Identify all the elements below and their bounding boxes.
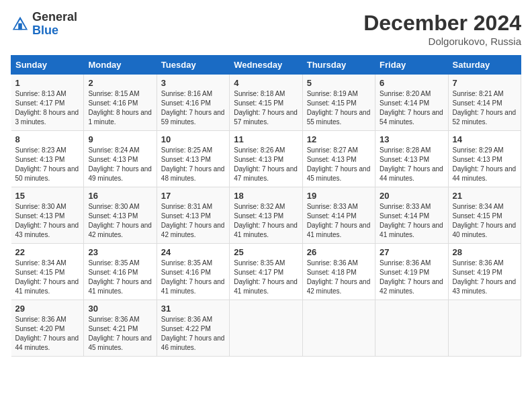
header-tuesday: Tuesday: [157, 56, 229, 75]
calendar-cell: 20 Sunrise: 8:33 AMSunset: 4:14 PMDaylig…: [375, 187, 448, 244]
calendar-cell: 2 Sunrise: 8:15 AMSunset: 4:16 PMDayligh…: [84, 75, 157, 131]
day-number: 6: [380, 78, 443, 88]
day-number: 17: [161, 191, 225, 201]
calendar-header-row: SundayMondayTuesdayWednesdayThursdayFrid…: [11, 56, 521, 75]
calendar-cell: 16 Sunrise: 8:30 AMSunset: 4:13 PMDaylig…: [84, 187, 157, 244]
header-sunday: Sunday: [11, 56, 84, 75]
logo-text: General Blue: [32, 11, 77, 38]
day-info: Sunrise: 8:33 AMSunset: 4:14 PMDaylight:…: [380, 202, 443, 240]
day-number: 30: [88, 304, 152, 314]
day-info: Sunrise: 8:35 AMSunset: 4:17 PMDaylight:…: [234, 259, 298, 296]
day-info: Sunrise: 8:24 AMSunset: 4:13 PMDaylight:…: [88, 146, 152, 183]
calendar-cell: 18 Sunrise: 8:32 AMSunset: 4:13 PMDaylig…: [230, 187, 302, 244]
day-number: 24: [161, 247, 225, 257]
day-number: 14: [453, 134, 517, 144]
calendar-cell: 21 Sunrise: 8:34 AMSunset: 4:15 PMDaylig…: [448, 187, 521, 244]
day-number: 26: [307, 247, 371, 257]
day-number: 10: [161, 134, 225, 144]
day-number: 18: [234, 191, 298, 201]
day-number: 3: [161, 78, 225, 88]
day-info: Sunrise: 8:34 AMSunset: 4:15 PMDaylight:…: [453, 202, 517, 240]
day-number: 16: [88, 191, 152, 201]
day-info: Sunrise: 8:18 AMSunset: 4:15 PMDaylight:…: [234, 89, 298, 127]
calendar-cell: 15 Sunrise: 8:30 AMSunset: 4:13 PMDaylig…: [11, 187, 84, 244]
day-info: Sunrise: 8:26 AMSunset: 4:13 PMDaylight:…: [234, 146, 298, 183]
day-number: 25: [234, 247, 298, 257]
day-info: Sunrise: 8:36 AMSunset: 4:22 PMDaylight:…: [161, 315, 225, 353]
calendar-week-row: 22 Sunrise: 8:34 AMSunset: 4:15 PMDaylig…: [11, 244, 521, 300]
calendar-cell: 27 Sunrise: 8:36 AMSunset: 4:19 PMDaylig…: [375, 244, 448, 300]
calendar-cell: [448, 300, 521, 357]
calendar-cell: 17 Sunrise: 8:31 AMSunset: 4:13 PMDaylig…: [157, 187, 229, 244]
day-number: 27: [380, 247, 443, 257]
calendar-cell: 11 Sunrise: 8:26 AMSunset: 4:13 PMDaylig…: [230, 131, 302, 187]
day-info: Sunrise: 8:36 AMSunset: 4:19 PMDaylight:…: [453, 259, 517, 296]
day-info: Sunrise: 8:35 AMSunset: 4:16 PMDaylight:…: [88, 259, 152, 296]
page-header: General Blue December 2024 Dolgorukovo, …: [11, 11, 521, 47]
logo-icon: [11, 15, 30, 34]
calendar-cell: 26 Sunrise: 8:36 AMSunset: 4:18 PMDaylig…: [302, 244, 375, 300]
calendar-table: SundayMondayTuesdayWednesdayThursdayFrid…: [11, 55, 521, 357]
calendar-cell: 24 Sunrise: 8:35 AMSunset: 4:16 PMDaylig…: [157, 244, 229, 300]
day-info: Sunrise: 8:29 AMSunset: 4:13 PMDaylight:…: [453, 146, 517, 183]
header-wednesday: Wednesday: [230, 56, 302, 75]
day-number: 2: [88, 78, 152, 88]
svg-rect-2: [18, 23, 22, 30]
calendar-cell: [230, 300, 302, 357]
calendar-week-row: 29 Sunrise: 8:36 AMSunset: 4:20 PMDaylig…: [11, 300, 521, 357]
title-block: December 2024 Dolgorukovo, Russia: [363, 11, 521, 47]
day-number: 20: [380, 191, 443, 201]
day-info: Sunrise: 8:33 AMSunset: 4:14 PMDaylight:…: [307, 202, 371, 240]
calendar-cell: 14 Sunrise: 8:29 AMSunset: 4:13 PMDaylig…: [448, 131, 521, 187]
location: Dolgorukovo, Russia: [363, 36, 521, 47]
day-number: 1: [15, 78, 80, 88]
day-info: Sunrise: 8:30 AMSunset: 4:13 PMDaylight:…: [15, 202, 80, 240]
day-info: Sunrise: 8:25 AMSunset: 4:13 PMDaylight:…: [161, 146, 225, 183]
calendar-cell: 23 Sunrise: 8:35 AMSunset: 4:16 PMDaylig…: [84, 244, 157, 300]
day-number: 21: [453, 191, 517, 201]
day-info: Sunrise: 8:30 AMSunset: 4:13 PMDaylight:…: [88, 202, 152, 240]
day-number: 22: [15, 247, 80, 257]
day-number: 5: [307, 78, 371, 88]
calendar-cell: 19 Sunrise: 8:33 AMSunset: 4:14 PMDaylig…: [302, 187, 375, 244]
day-info: Sunrise: 8:13 AMSunset: 4:17 PMDaylight:…: [15, 89, 80, 127]
calendar-cell: 10 Sunrise: 8:25 AMSunset: 4:13 PMDaylig…: [157, 131, 229, 187]
calendar-cell: 9 Sunrise: 8:24 AMSunset: 4:13 PMDayligh…: [84, 131, 157, 187]
calendar-cell: 30 Sunrise: 8:36 AMSunset: 4:21 PMDaylig…: [84, 300, 157, 357]
day-number: 8: [15, 134, 80, 144]
day-info: Sunrise: 8:36 AMSunset: 4:20 PMDaylight:…: [15, 315, 80, 353]
calendar-cell: [375, 300, 448, 357]
day-number: 31: [161, 304, 225, 314]
day-info: Sunrise: 8:19 AMSunset: 4:15 PMDaylight:…: [307, 89, 371, 127]
day-number: 12: [307, 134, 371, 144]
day-number: 11: [234, 134, 298, 144]
calendar-cell: 25 Sunrise: 8:35 AMSunset: 4:17 PMDaylig…: [230, 244, 302, 300]
calendar-cell: 7 Sunrise: 8:21 AMSunset: 4:14 PMDayligh…: [448, 75, 521, 131]
day-info: Sunrise: 8:36 AMSunset: 4:21 PMDaylight:…: [88, 315, 152, 353]
header-monday: Monday: [84, 56, 157, 75]
day-info: Sunrise: 8:36 AMSunset: 4:19 PMDaylight:…: [380, 259, 443, 296]
day-info: Sunrise: 8:34 AMSunset: 4:15 PMDaylight:…: [15, 259, 80, 296]
day-number: 29: [15, 304, 80, 314]
calendar-cell: 1 Sunrise: 8:13 AMSunset: 4:17 PMDayligh…: [11, 75, 84, 131]
day-info: Sunrise: 8:23 AMSunset: 4:13 PMDaylight:…: [15, 146, 80, 183]
calendar-cell: 6 Sunrise: 8:20 AMSunset: 4:14 PMDayligh…: [375, 75, 448, 131]
day-number: 15: [15, 191, 80, 201]
day-number: 23: [88, 247, 152, 257]
day-info: Sunrise: 8:32 AMSunset: 4:13 PMDaylight:…: [234, 202, 298, 240]
logo-blue: Blue: [32, 24, 77, 38]
day-number: 19: [307, 191, 371, 201]
calendar-cell: 28 Sunrise: 8:36 AMSunset: 4:19 PMDaylig…: [448, 244, 521, 300]
header-saturday: Saturday: [448, 56, 521, 75]
day-info: Sunrise: 8:35 AMSunset: 4:16 PMDaylight:…: [161, 259, 225, 296]
day-info: Sunrise: 8:16 AMSunset: 4:16 PMDaylight:…: [161, 89, 225, 127]
calendar-cell: 8 Sunrise: 8:23 AMSunset: 4:13 PMDayligh…: [11, 131, 84, 187]
calendar-cell: 22 Sunrise: 8:34 AMSunset: 4:15 PMDaylig…: [11, 244, 84, 300]
logo: General Blue: [11, 11, 77, 38]
day-number: 9: [88, 134, 152, 144]
day-info: Sunrise: 8:28 AMSunset: 4:13 PMDaylight:…: [380, 146, 443, 183]
calendar-week-row: 15 Sunrise: 8:30 AMSunset: 4:13 PMDaylig…: [11, 187, 521, 244]
header-thursday: Thursday: [302, 56, 375, 75]
day-number: 28: [453, 247, 517, 257]
calendar-cell: [302, 300, 375, 357]
